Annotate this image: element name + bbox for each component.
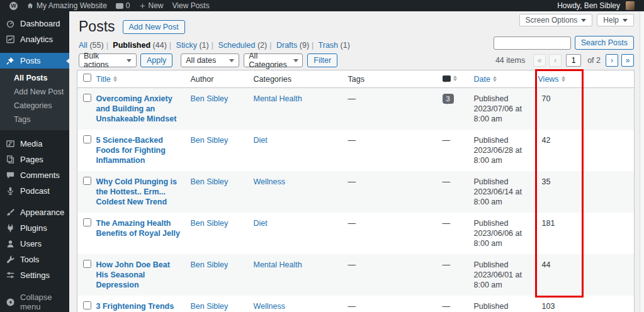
post-date: 2023/06/14 at 8:00 am <box>474 187 531 207</box>
post-tags-value: — <box>348 94 356 103</box>
page-title: Posts <box>79 18 115 35</box>
select-all-checkbox[interactable] <box>83 74 91 82</box>
current-page-input[interactable] <box>566 54 581 67</box>
post-category-link[interactable]: Diet <box>254 136 268 145</box>
filter-sticky[interactable]: Sticky (1) <box>176 41 209 50</box>
post-date-cell: Published 2023/06/28 at 8:00 am <box>472 130 536 171</box>
post-title-link[interactable]: How John Doe Beat His Seasonal Depressio… <box>96 260 170 289</box>
filter-scheduled[interactable]: Scheduled (2) <box>218 41 267 50</box>
post-category-link[interactable]: Wellness <box>254 177 285 186</box>
post-category-link[interactable]: Diet <box>254 219 268 228</box>
all-dates-select[interactable]: All dates <box>181 53 239 67</box>
filter-published[interactable]: Published (44) <box>113 41 166 50</box>
no-comments-dash: — <box>443 260 451 269</box>
view-posts-menu[interactable]: View Posts <box>168 0 214 11</box>
filter-drafts[interactable]: Drafts (9) <box>276 41 309 50</box>
row-checkbox[interactable] <box>83 94 91 102</box>
filter-trash[interactable]: Trash (1) <box>319 41 350 50</box>
plus-icon <box>139 3 146 9</box>
sidebar-item-media[interactable]: Media <box>0 136 69 152</box>
sidebar-item-label: Analytics <box>20 35 53 44</box>
search-posts-button[interactable]: Search Posts <box>575 36 634 50</box>
post-author-link[interactable]: Ben Sibley <box>191 302 229 311</box>
bulk-actions-select[interactable]: Bulk actions <box>79 53 137 67</box>
sort-arrows-icon <box>493 76 497 82</box>
help-toggle[interactable]: Help <box>597 14 634 26</box>
sidebar-item-appearance[interactable]: Appearance <box>0 204 69 220</box>
row-checkbox[interactable] <box>83 260 91 268</box>
post-comments-cell: — <box>440 171 472 213</box>
post-title-link[interactable]: Why Cold Plunging is the Hottest.. Erm..… <box>96 177 177 206</box>
sidebar-item-users[interactable]: Users <box>0 236 69 252</box>
apply-button[interactable]: Apply <box>140 53 172 67</box>
search-posts-input[interactable] <box>494 36 571 50</box>
wordpress-logo-menu[interactable]: W <box>5 0 22 11</box>
new-content-menu[interactable]: New <box>135 0 168 11</box>
post-category-link[interactable]: Wellness <box>254 302 285 311</box>
row-checkbox[interactable] <box>83 135 91 143</box>
post-author-link[interactable]: Ben Sibley <box>191 94 229 103</box>
sidebar-item-analytics[interactable]: Analytics <box>0 31 69 47</box>
sort-by-title[interactable]: Title <box>96 74 117 84</box>
sidebar-item-tools[interactable]: Tools <box>0 252 69 267</box>
sidebar-item-pages[interactable]: Pages <box>0 152 69 167</box>
post-author-link[interactable]: Ben Sibley <box>191 177 229 186</box>
sort-by-comments[interactable] <box>443 75 457 82</box>
post-title-link[interactable]: The Amazing Health Benefits of Royal Jel… <box>96 219 180 238</box>
sidebar-item-comments[interactable]: Comments <box>0 167 69 183</box>
submenu-tags[interactable]: Tags <box>0 113 69 126</box>
site-name-label: My Amazing Website <box>37 1 107 10</box>
no-comments-dash: — <box>443 219 451 228</box>
my-account-menu[interactable]: Howdy, Ben Sibley <box>553 0 639 11</box>
post-author-link[interactable]: Ben Sibley <box>191 219 229 228</box>
comment-count-bubble[interactable]: 3 <box>443 94 454 104</box>
chevron-down-icon <box>581 19 586 25</box>
collapse-menu-button[interactable]: Collapse menu <box>0 289 69 312</box>
post-author-link[interactable]: Ben Sibley <box>191 136 229 145</box>
user-avatar <box>626 1 635 10</box>
row-checkbox[interactable] <box>83 301 91 309</box>
submenu-all-posts[interactable]: All Posts <box>0 71 69 85</box>
screen-options-toggle[interactable]: Screen Options <box>519 14 593 26</box>
row-checkbox[interactable] <box>83 218 91 226</box>
wordpress-logo-icon: W <box>9 2 18 10</box>
filter-all[interactable]: All (55) <box>79 41 104 50</box>
vertical-scrollbar[interactable] <box>640 11 644 312</box>
row-checkbox[interactable] <box>83 177 91 185</box>
post-category-link[interactable]: Mental Health <box>254 260 302 269</box>
site-name-menu[interactable]: My Amazing Website <box>22 0 111 11</box>
post-title-link[interactable]: Overcoming Anxiety and Building an Unsha… <box>96 94 177 123</box>
add-new-post-button[interactable]: Add New Post <box>123 20 185 34</box>
post-status-filters: All (55)| Published (44)| Sticky (1)| Sc… <box>79 41 350 50</box>
no-comments-dash: — <box>443 302 451 311</box>
sidebar-item-settings[interactable]: Settings <box>0 267 69 283</box>
post-title-link[interactable]: 3 Frightening Trends in American Health … <box>96 302 175 312</box>
collapse-arrow-icon <box>6 298 15 307</box>
filter-button[interactable]: Filter <box>307 53 337 67</box>
sort-by-date[interactable]: Date <box>474 74 497 84</box>
next-page-button[interactable]: › <box>606 54 618 67</box>
sidebar-item-label: Users <box>20 239 42 248</box>
admin-bar-comments[interactable]: 0 <box>111 0 135 11</box>
content-area: Screen Options Help Posts Add New Post A… <box>69 11 644 312</box>
last-page-button[interactable]: » <box>621 54 634 67</box>
all-categories-select[interactable]: All Categories <box>244 53 303 67</box>
post-row: How John Doe Beat His Seasonal Depressio… <box>77 254 635 296</box>
post-title-link[interactable]: 5 Science-Backed Foods for Fighting Infl… <box>96 136 166 165</box>
no-comments-dash: — <box>443 177 451 186</box>
admin-sidebar: Dashboard Analytics Posts All Posts Add … <box>0 11 69 312</box>
sidebar-item-label: Plugins <box>20 223 47 233</box>
post-status: Published <box>474 94 531 104</box>
post-row: The Amazing Health Benefits of Royal Jel… <box>77 213 635 254</box>
submenu-categories[interactable]: Categories <box>0 99 69 113</box>
author-column-header: Author <box>188 70 251 88</box>
sidebar-item-dashboard[interactable]: Dashboard <box>0 16 69 31</box>
sort-by-views[interactable]: Views <box>538 74 565 84</box>
sidebar-item-podcast[interactable]: Podcast <box>0 183 69 199</box>
submenu-add-new-post[interactable]: Add New Post <box>0 85 69 99</box>
post-author-link[interactable]: Ben Sibley <box>191 260 229 269</box>
sidebar-item-posts[interactable]: Posts <box>0 53 69 69</box>
sidebar-item-plugins[interactable]: Plugins <box>0 220 69 236</box>
posts-submenu: All Posts Add New Post Categories Tags <box>0 69 69 130</box>
post-category-link[interactable]: Mental Health <box>254 94 302 103</box>
